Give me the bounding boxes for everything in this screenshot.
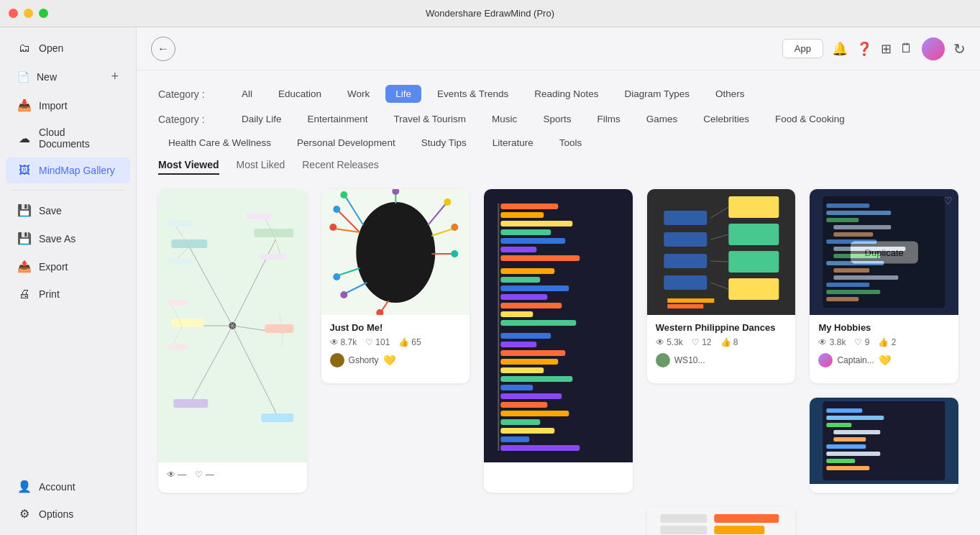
category-row-1: Category : All Education Work Life Event… [158, 85, 958, 103]
svg-rect-66 [500, 350, 565, 356]
cat-sports[interactable]: Sports [533, 110, 581, 128]
sidebar-item-mindmap-gallery[interactable]: 🖼 MindMap Gallery [6, 157, 130, 183]
svg-point-29 [356, 202, 435, 303]
close-button[interactable] [9, 9, 18, 18]
cat-literature[interactable]: Literature [482, 134, 544, 152]
svg-rect-74 [500, 419, 540, 425]
gallery-card-2[interactable]: Just Do Me! 👁 8.7k ♡ 101 👍 65 Gshorty 💛 [321, 189, 470, 383]
cat-celebrities[interactable]: Celebrities [693, 110, 759, 128]
sidebar-item-account[interactable]: 👤 Account [6, 473, 130, 500]
cat-music[interactable]: Music [482, 110, 527, 128]
cat-all[interactable]: All [232, 85, 262, 103]
svg-point-46 [451, 250, 458, 257]
save-icon: 💾 [17, 204, 32, 217]
svg-rect-19 [247, 214, 272, 219]
sidebar-item-new[interactable]: 📄 New + [6, 63, 130, 91]
card-4-author: WS10... [656, 353, 787, 367]
svg-rect-62 [500, 311, 533, 317]
svg-rect-79 [728, 196, 779, 218]
card-4-likes: ♡ 12 [692, 337, 712, 347]
gold-badge-5: 💛 [879, 355, 891, 366]
cat-films[interactable]: Films [587, 110, 630, 128]
svg-rect-101 [834, 254, 881, 258]
sidebar-item-export[interactable]: 📤 Export [6, 253, 130, 280]
help-icon[interactable]: ❓ [856, 41, 872, 57]
cat-travel-tourism[interactable]: Travel & Tourism [384, 110, 477, 128]
cat-education[interactable]: Education [268, 85, 331, 103]
card-5-views: 👁 3.8k [818, 337, 846, 347]
svg-rect-20 [261, 254, 286, 260]
sort-most-viewed[interactable]: Most Viewed [158, 159, 219, 175]
card-5-title: My Hobbies [818, 322, 950, 333]
sidebar-item-save-as[interactable]: 💾 Save As [6, 225, 130, 252]
card-3-info [484, 462, 633, 477]
svg-rect-27 [268, 307, 293, 312]
sidebar-item-cloud[interactable]: ☁ Cloud Documents [6, 120, 130, 156]
gallery-card-3[interactable] [484, 189, 633, 493]
sidebar-item-open[interactable]: 🗂 Open [6, 35, 130, 61]
sidebar-item-print[interactable]: 🖨 Print [6, 281, 130, 307]
svg-rect-125 [660, 526, 707, 534]
card-5-likes: ♡ 9 [854, 337, 869, 347]
sidebar-item-import[interactable]: 📥 Import [6, 92, 130, 119]
cat-daily-life[interactable]: Daily Life [232, 110, 292, 128]
notification-icon[interactable]: 🔔 [832, 41, 848, 57]
gallery-card-4[interactable]: Western Philippine Dances 👁 5.3k ♡ 12 👍 … [647, 189, 796, 383]
svg-rect-75 [500, 428, 554, 434]
sidebar-item-save[interactable]: 💾 Save [6, 197, 130, 224]
grid-icon[interactable]: ⊞ [881, 41, 892, 57]
card-2-info: Just Do Me! 👁 8.7k ♡ 101 👍 65 Gshorty 💛 [321, 315, 470, 375]
account-icon: 👤 [17, 480, 32, 493]
sidebar-item-options[interactable]: ⚙ Options [6, 500, 130, 527]
gallery-card-6[interactable] [810, 398, 958, 493]
cat-others[interactable]: Others [705, 85, 755, 103]
sort-most-liked[interactable]: Most Liked [237, 159, 285, 175]
card-5-stats: 👁 3.8k ♡ 9 👍 2 [818, 337, 950, 347]
card-1-stats: 👁 — ♡ — [167, 470, 298, 480]
svg-rect-114 [827, 444, 866, 449]
back-button[interactable]: ← [151, 37, 175, 61]
card-2-views: 👁 8.7k [330, 337, 357, 347]
svg-rect-99 [827, 239, 877, 244]
sort-recent-releases[interactable]: Recent Releases [302, 159, 379, 175]
cat-games[interactable]: Games [636, 110, 688, 128]
cat-personal-dev[interactable]: Personal Development [287, 134, 406, 152]
svg-line-34 [428, 204, 446, 225]
svg-rect-116 [827, 459, 856, 463]
new-plus-icon[interactable]: + [111, 69, 119, 84]
svg-rect-105 [827, 283, 870, 287]
cat-life[interactable]: Life [385, 85, 421, 103]
minimize-button[interactable] [24, 9, 33, 18]
main-content: Category : All Education Work Life Event… [137, 70, 980, 535]
cat-study-tips[interactable]: Study Tips [411, 134, 477, 152]
card-2-title: Just Do Me! [330, 322, 462, 333]
svg-line-89 [710, 261, 728, 262]
template-icon[interactable]: 🗒 [900, 41, 913, 56]
refresh-icon[interactable]: ↻ [953, 40, 966, 58]
mindmap-thumb-5 [810, 189, 958, 315]
gallery-icon: 🖼 [17, 164, 32, 177]
svg-rect-115 [827, 452, 881, 456]
cat-events-trends[interactable]: Events & Trends [427, 85, 518, 103]
gallery-card-7[interactable] [647, 507, 796, 535]
gallery-card-5[interactable]: ♡ Duplicate [810, 189, 958, 383]
app-button[interactable]: App [782, 39, 823, 58]
cat-entertainment[interactable]: Entertainment [298, 110, 378, 128]
cat-reading-notes[interactable]: Reading Notes [524, 85, 608, 103]
svg-rect-60 [500, 294, 547, 300]
cat-food-cooking[interactable]: Food & Cooking [765, 110, 855, 128]
cat-tools[interactable]: Tools [549, 134, 592, 152]
gallery-card-1[interactable]: 👁 — ♡ — [158, 189, 307, 493]
svg-rect-86 [664, 275, 707, 290]
svg-rect-107 [827, 297, 859, 301]
cat-health-care[interactable]: Health Care & Wellness [158, 134, 281, 152]
svg-line-22 [171, 326, 182, 347]
svg-rect-106 [827, 290, 881, 294]
svg-rect-100 [834, 247, 906, 251]
cat-work[interactable]: Work [337, 85, 380, 103]
card-1-info: 👁 — ♡ — [158, 462, 307, 493]
svg-rect-77 [500, 445, 580, 451]
maximize-button[interactable] [39, 9, 48, 18]
cat-diagram-types[interactable]: Diagram Types [614, 85, 700, 103]
user-avatar[interactable] [922, 37, 945, 60]
